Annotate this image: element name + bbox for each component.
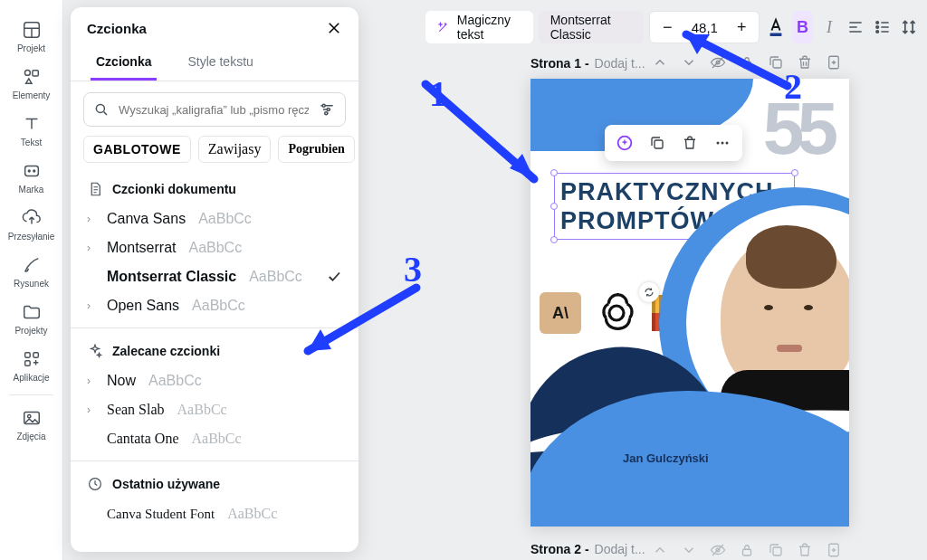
chevron-up-icon[interactable]: [652, 54, 668, 71]
upload-icon: [22, 208, 42, 228]
rail-projekt[interactable]: Projekt: [0, 13, 62, 60]
rail-tekst[interactable]: Tekst: [0, 107, 62, 154]
svg-point-17: [876, 22, 879, 24]
magic-text-button[interactable]: Magiczny tekst: [425, 11, 533, 43]
font-montserrat-classic[interactable]: Montserrat Classic AaBbCc: [71, 262, 358, 291]
list-button[interactable]: [872, 11, 893, 43]
font-panel: Czcionka Czcionka Style tekstu GABLOTOWE…: [71, 7, 358, 552]
font-canva-sans[interactable]: › Canva Sans AaBbCc: [71, 204, 358, 233]
bold-button[interactable]: B: [792, 11, 813, 43]
annotation-num-3: 3: [404, 248, 422, 290]
svg-rect-3: [24, 166, 38, 176]
font-montserrat[interactable]: › Montserrat AaBbCc: [71, 233, 358, 262]
logo-anthropic: A\: [540, 292, 581, 334]
text-icon: [22, 114, 42, 134]
font-sample: AaBbCc: [192, 298, 245, 314]
font-sean-slab[interactable]: › Sean Slab AaBbCc: [71, 395, 358, 424]
delete-button[interactable]: [675, 128, 704, 157]
selection-handle[interactable]: [550, 169, 558, 176]
selection-handle[interactable]: [550, 236, 558, 243]
lock-icon[interactable]: [739, 542, 755, 558]
size-plus[interactable]: +: [730, 12, 753, 43]
rail-elementy[interactable]: Elementy: [0, 60, 62, 107]
font-name: Montserrat Classic: [107, 269, 236, 285]
apps-icon: [22, 349, 42, 369]
tab-czcionka[interactable]: Czcionka: [91, 47, 157, 81]
add-page-icon[interactable]: [826, 54, 842, 71]
svg-point-1: [24, 70, 30, 75]
svg-rect-6: [24, 352, 30, 357]
trash-icon[interactable]: [797, 54, 813, 71]
bold-label: B: [797, 18, 808, 37]
rail-label: Zdjęcia: [16, 432, 45, 441]
chip-gablotowe[interactable]: GABLOTOWE: [83, 136, 191, 163]
font-name: Montserrat: [107, 240, 176, 256]
chevron-right-icon: ›: [87, 213, 98, 225]
draw-icon: [22, 255, 42, 275]
page1-label[interactable]: Strona 1 - Dodaj t...: [530, 56, 645, 71]
selection-handle[interactable]: [791, 169, 798, 176]
chevron-up-icon[interactable]: [652, 542, 668, 558]
duplicate-icon[interactable]: [768, 542, 784, 558]
font-canva-student[interactable]: Canva Student Font AaBbCc: [71, 499, 358, 528]
rail-zdjecia[interactable]: Zdjęcia: [0, 401, 62, 448]
search-field[interactable]: [83, 92, 346, 127]
italic-button[interactable]: I: [818, 11, 839, 43]
font-open-sans[interactable]: › Open Sans AaBbCc: [71, 291, 358, 320]
tab-style[interactable]: Style tekstu: [182, 47, 258, 81]
chip-zawijasy[interactable]: Zawijasy: [198, 136, 272, 163]
search-input[interactable]: [117, 102, 311, 118]
font-sample: AaBbCc: [148, 373, 202, 389]
chevron-down-icon[interactable]: [681, 54, 697, 71]
hide-icon[interactable]: [710, 54, 726, 71]
font-sample: AaBbCc: [198, 211, 252, 227]
font-sample: AaBbCc: [177, 402, 227, 418]
more-button[interactable]: [708, 128, 737, 157]
font-sample: AaBbCc: [227, 506, 277, 522]
rail-marka[interactable]: Marka: [0, 154, 62, 201]
lock-icon[interactable]: [739, 54, 755, 71]
duplicate-button[interactable]: [643, 128, 672, 157]
text-color-button[interactable]: [765, 11, 786, 43]
section-title-doc: Czcionki dokumentu: [112, 182, 236, 196]
chevron-right-icon: ›: [87, 242, 98, 254]
font-sample: AaBbCc: [188, 240, 242, 256]
rail-aplikacje[interactable]: Aplikacje: [0, 342, 62, 389]
left-rail: Projekt Elementy Tekst Marka Przesyłanie…: [0, 0, 63, 560]
list-icon: [874, 18, 892, 36]
trash-icon[interactable]: [797, 542, 813, 558]
hide-icon[interactable]: [710, 542, 726, 558]
font-size-value[interactable]: 48,1: [686, 20, 722, 35]
copy-icon: [649, 135, 665, 151]
rail-rysunek[interactable]: Rysunek: [0, 248, 62, 295]
rail-przesylanie[interactable]: Przesyłanie: [0, 201, 62, 248]
close-icon[interactable]: [326, 20, 342, 36]
spacing-icon: [900, 18, 918, 36]
filter-icon[interactable]: [318, 100, 336, 119]
duplicate-icon[interactable]: [768, 54, 784, 71]
selection-handle[interactable]: [550, 203, 558, 210]
layout-icon: [22, 20, 42, 40]
font-family-button[interactable]: Montserrat Classic: [539, 11, 645, 43]
text-toolbar: Magiczny tekst Montserrat Classic − 48,1…: [380, 7, 920, 47]
chevron-down-icon[interactable]: [681, 542, 697, 558]
add-page-icon[interactable]: [826, 542, 842, 558]
ai-button[interactable]: [610, 128, 639, 157]
text-color-icon: [766, 16, 786, 38]
section-title-rec: Zalecane czcionki: [112, 344, 220, 358]
font-cantata-one[interactable]: Cantata One AaBbCc: [71, 424, 358, 453]
photos-icon: [22, 408, 42, 428]
chevron-right-icon: ›: [87, 403, 98, 416]
italic-label: I: [827, 18, 832, 37]
align-button[interactable]: [846, 11, 866, 43]
check-icon: [326, 269, 342, 285]
svg-rect-21: [743, 62, 751, 68]
font-now[interactable]: › Now AaBbCc: [71, 366, 358, 395]
refresh-icon[interactable]: [639, 282, 659, 302]
chip-pogrubione[interactable]: Pogrubien: [278, 136, 354, 163]
spacing-button[interactable]: [899, 11, 920, 43]
rail-projekty[interactable]: Projekty: [0, 295, 62, 342]
annotation-num-1: 1: [429, 72, 447, 115]
size-minus[interactable]: −: [655, 12, 679, 43]
page2-label[interactable]: Strona 2 - Dodaj t...: [530, 542, 645, 556]
